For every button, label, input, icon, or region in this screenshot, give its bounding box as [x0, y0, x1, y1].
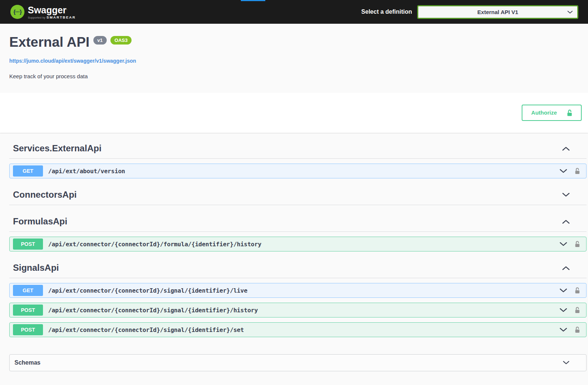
chevron-icon[interactable] — [562, 266, 570, 270]
chevron-down-icon[interactable] — [559, 308, 567, 313]
operation-path: /api/ext/about/version — [48, 168, 125, 175]
operation-row[interactable]: GET /api/ext/about/version — [9, 164, 587, 178]
api-tag-section: Services.ExternalApi GET /api/ext/about/… — [9, 138, 587, 178]
schemas-section-header[interactable]: Schemas — [9, 354, 587, 371]
swagger-logo-text-block: Swagger. Supported bySMARTBEAR — [28, 4, 76, 19]
unlock-icon — [566, 109, 574, 117]
api-description: Keep track of your process data — [9, 73, 579, 79]
tag-operations: GET /api/ext/connector/{connectorId}/sig… — [9, 283, 587, 337]
api-info-section: External API v1 OAS3 https://jumo.cloud/… — [0, 24, 588, 93]
method-badge: POST — [13, 324, 43, 335]
operation-path: /api/ext/connector/{connectorId}/signal/… — [48, 287, 248, 294]
select-definition-label: Select a definition — [361, 9, 412, 15]
operation-row-controls — [559, 326, 586, 334]
spec-url-link[interactable]: https://jumo.cloud/api/ext/swagger/v1/sw… — [9, 58, 136, 64]
tag-operations: GET /api/ext/about/version — [9, 164, 587, 178]
tag-section-header[interactable]: ConnectorsApi — [9, 184, 587, 205]
method-badge: POST — [13, 305, 43, 316]
unlock-icon[interactable] — [574, 240, 581, 248]
operation-row-controls — [559, 286, 586, 294]
topbar: {···} Swagger. Supported bySMARTBEAR Sel… — [0, 0, 588, 24]
operation-row[interactable]: GET /api/ext/connector/{connectorId}/sig… — [9, 283, 587, 298]
operation-row[interactable]: POST /api/ext/connector/{connectorId}/si… — [9, 322, 587, 337]
chevron-down-icon — [567, 10, 573, 14]
browser-loading-bar — [241, 0, 265, 1]
api-title: External API — [9, 34, 90, 50]
swagger-logo-icon: {···} — [10, 5, 24, 19]
unlock-icon[interactable] — [574, 326, 581, 334]
swagger-logo[interactable]: {···} Swagger. Supported bySMARTBEAR — [10, 4, 76, 19]
chevron-down-icon[interactable] — [563, 361, 569, 365]
chevron-icon[interactable] — [562, 192, 570, 197]
api-tag-section: SignalsApi GET /api/ext/connector/{conne… — [9, 257, 587, 337]
scheme-container: Authorize — [0, 93, 588, 133]
tag-section-title: FormulasApi — [13, 216, 67, 227]
tag-section-title: ConnectorsApi — [13, 190, 77, 200]
tag-section-title: Services.ExternalApi — [13, 143, 102, 154]
schemas-title: Schemas — [14, 359, 40, 366]
definition-selector: Select a definition External API V1 — [361, 5, 578, 19]
unlock-icon[interactable] — [574, 306, 581, 314]
authorize-button[interactable]: Authorize — [522, 105, 582, 121]
chevron-icon[interactable] — [562, 219, 570, 224]
chevron-down-icon[interactable] — [559, 288, 567, 293]
tag-section-title: SignalsApi — [13, 263, 59, 273]
tag-section-header[interactable]: Services.ExternalApi — [9, 138, 587, 159]
oas3-badge: OAS3 — [110, 36, 132, 45]
version-badge: v1 — [93, 36, 107, 45]
operation-path: /api/ext/connector/{connectorId}/signal/… — [48, 326, 244, 333]
method-badge: POST — [13, 238, 43, 250]
tag-operations: POST /api/ext/connector/{connectorId}/fo… — [9, 237, 587, 251]
operation-path: /api/ext/connector/{connectorId}/signal/… — [48, 307, 258, 314]
tag-section-header[interactable]: SignalsApi — [9, 257, 587, 278]
unlock-icon[interactable] — [574, 286, 581, 294]
operation-row-controls — [559, 306, 586, 314]
chevron-down-icon[interactable] — [559, 242, 567, 247]
operations-list: Services.ExternalApi GET /api/ext/about/… — [0, 133, 588, 371]
method-badge: GET — [13, 285, 43, 296]
operation-row[interactable]: POST /api/ext/connector/{connectorId}/si… — [9, 303, 587, 317]
method-badge: GET — [13, 165, 43, 177]
tag-section-header[interactable]: FormulasApi — [9, 211, 587, 232]
smartbear-tagline: Supported bySMARTBEAR — [28, 15, 76, 19]
api-tag-section: FormulasApi POST /api/ext/connector/{con… — [9, 211, 587, 251]
chevron-icon[interactable] — [562, 146, 570, 151]
chevron-down-icon[interactable] — [559, 328, 567, 332]
authorize-button-label: Authorize — [531, 109, 557, 116]
unlock-icon[interactable] — [574, 167, 581, 175]
operation-path: /api/ext/connector/{connectorId}/formula… — [48, 241, 261, 248]
definition-select[interactable]: External API V1 — [417, 5, 578, 19]
swagger-logo-title: Swagger. — [28, 4, 76, 15]
operation-row[interactable]: POST /api/ext/connector/{connectorId}/fo… — [9, 237, 587, 251]
api-tag-section: ConnectorsApi — [9, 184, 587, 205]
chevron-down-icon[interactable] — [559, 169, 567, 174]
operation-row-controls — [559, 240, 586, 248]
definition-select-value: External API V1 — [477, 9, 518, 15]
operation-row-controls — [559, 167, 586, 175]
